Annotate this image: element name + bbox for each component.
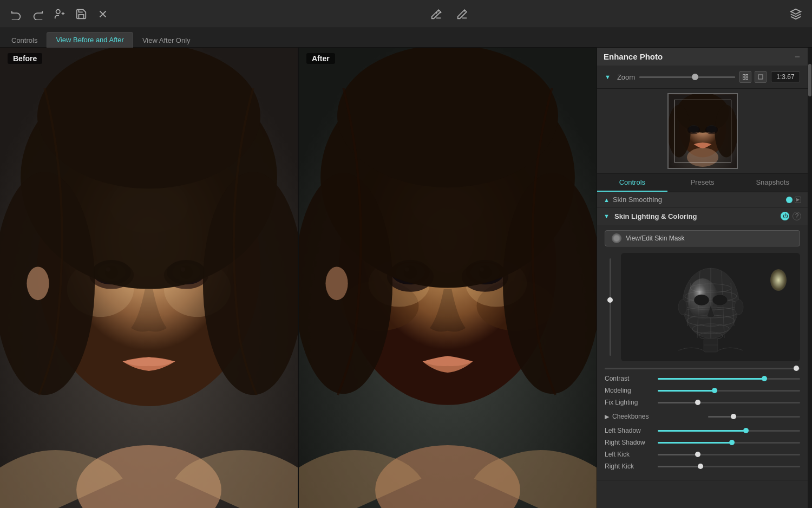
left-kick-slider[interactable]: [658, 454, 800, 455]
skin-smoothing-collapse[interactable]: ▶: [795, 197, 801, 203]
skin-smoothing-power[interactable]: [786, 197, 793, 203]
cheekbones-fill: [708, 416, 734, 418]
minimize-icon[interactable]: [794, 53, 801, 61]
skin-lighting-power[interactable]: ⏻: [781, 212, 789, 220]
svg-rect-56: [746, 75, 748, 77]
main-toolbar: [0, 0, 812, 28]
left-shadow-handle[interactable]: [743, 428, 749, 433]
cheekbones-handle[interactable]: [731, 414, 736, 419]
panel-tabs: Controls Presets Snapshots: [597, 174, 808, 192]
photo-area: Before: [0, 48, 597, 508]
cheekbones-row[interactable]: ▶ Cheekbones: [605, 411, 800, 422]
face-h-slider-track[interactable]: [605, 368, 800, 369]
contrast-label: Contrast: [605, 375, 653, 382]
fix-lighting-fill: [658, 402, 698, 403]
skin-lighting-content: View/Edit Skin Mask: [597, 225, 808, 480]
left-shadow-label: Left Shadow: [605, 427, 653, 434]
face-h-slider[interactable]: [605, 368, 800, 369]
svg-rect-88: [704, 338, 718, 352]
fix-lighting-handle[interactable]: [695, 400, 700, 405]
face-h-slider-handle[interactable]: [794, 366, 799, 371]
svg-rect-59: [758, 75, 763, 79]
panel-scrollbar-thumb[interactable]: [808, 64, 811, 96]
svg-rect-57: [746, 77, 748, 80]
zoom-fit-btn[interactable]: [739, 71, 751, 83]
face-3d-view[interactable]: [621, 253, 800, 361]
left-kick-fill: [658, 454, 698, 455]
svg-point-53: [325, 266, 348, 300]
zoom-label: Zoom: [617, 73, 635, 81]
fix-lighting-slider[interactable]: [658, 402, 800, 403]
contrast-row: Contrast: [605, 375, 800, 382]
modeling-handle[interactable]: [712, 388, 717, 393]
vertical-slider-container: [605, 253, 615, 361]
redo-button[interactable]: [30, 6, 45, 22]
svg-point-30: [27, 266, 49, 300]
left-kick-label: Left Kick: [605, 451, 653, 458]
right-panel: Enhance Photo ▼ Zoom: [597, 48, 808, 508]
skin-smoothing-label: Skin Smoothing: [613, 196, 783, 204]
modeling-fill: [658, 390, 715, 392]
right-kick-slider[interactable]: [658, 466, 800, 467]
tab-before-only[interactable]: Controls: [2, 32, 47, 48]
tab-snapshots[interactable]: Snapshots: [737, 174, 808, 192]
svg-point-27: [37, 48, 260, 188]
fix-lighting-label: Fix Lighting: [605, 399, 653, 406]
contrast-handle[interactable]: [762, 376, 767, 381]
cheekbones-chevron: ▶: [605, 413, 609, 420]
modeling-slider[interactable]: [658, 390, 800, 392]
tab-after-only[interactable]: View After Only: [133, 32, 200, 48]
right-shadow-slider[interactable]: [658, 442, 800, 444]
svg-point-50: [337, 48, 558, 187]
add-user-button[interactable]: [52, 6, 67, 22]
zoom-chevron[interactable]: ▼: [605, 74, 611, 80]
left-shadow-fill: [658, 430, 746, 432]
skin-lighting-help[interactable]: ?: [793, 212, 801, 220]
before-label: Before: [8, 53, 42, 64]
main-area: Before: [0, 48, 812, 508]
left-kick-handle[interactable]: [695, 452, 700, 457]
layers-button[interactable]: [788, 6, 803, 22]
right-shadow-row: Right Shadow: [605, 439, 800, 446]
before-photo[interactable]: [0, 48, 298, 508]
svg-rect-58: [743, 77, 745, 80]
vertical-slider[interactable]: [610, 258, 611, 356]
skin-smoothing-section-header[interactable]: ▲ Skin Smoothing ▶: [597, 192, 808, 207]
svg-point-85: [712, 295, 728, 305]
zoom-slider[interactable]: [639, 76, 735, 78]
modeling-row: Modeling: [605, 387, 800, 394]
photo-thumbnail[interactable]: [667, 93, 738, 169]
panel-header: Enhance Photo: [597, 48, 808, 66]
contrast-slider[interactable]: [658, 378, 800, 380]
pen-remove-tool[interactable]: [455, 6, 470, 22]
after-photo[interactable]: [299, 48, 597, 508]
right-kick-handle[interactable]: [698, 464, 703, 469]
tab-controls[interactable]: Controls: [597, 174, 667, 192]
skin-mask-button[interactable]: View/Edit Skin Mask: [605, 230, 800, 246]
light-orb[interactable]: [770, 269, 787, 291]
skin-lighting-header[interactable]: ▼ Skin Lighting & Coloring ⏻ ?: [597, 207, 808, 225]
svg-point-52: [503, 173, 597, 394]
left-shadow-row: Left Shadow: [605, 427, 800, 434]
close-button[interactable]: [95, 6, 110, 22]
modeling-label: Modeling: [605, 387, 653, 394]
panel-scrollbar[interactable]: [808, 48, 812, 508]
cheekbones-slider[interactable]: [708, 416, 801, 418]
pen-add-tool[interactable]: [429, 6, 444, 22]
save-button[interactable]: [74, 6, 89, 22]
vertical-slider-handle[interactable]: [607, 297, 613, 303]
fix-lighting-row: Fix Lighting: [605, 399, 800, 406]
svg-point-86: [678, 299, 687, 315]
zoom-actual-btn[interactable]: [755, 71, 767, 83]
tab-presets[interactable]: Presets: [667, 174, 738, 192]
controls-scroll[interactable]: ▲ Skin Smoothing ▶ ▼ Skin Lighting & Col…: [597, 192, 808, 508]
left-shadow-slider[interactable]: [658, 430, 800, 432]
undo-button[interactable]: [9, 6, 24, 22]
before-panel: Before: [0, 48, 298, 508]
right-shadow-handle[interactable]: [729, 440, 735, 445]
right-panel-wrapper: Enhance Photo ▼ Zoom: [597, 48, 812, 508]
tab-before-and-after[interactable]: View Before and After: [47, 32, 133, 48]
svg-rect-55: [743, 75, 745, 77]
svg-point-0: [56, 9, 60, 13]
skin-lighting-title: Skin Lighting & Coloring: [614, 212, 777, 220]
